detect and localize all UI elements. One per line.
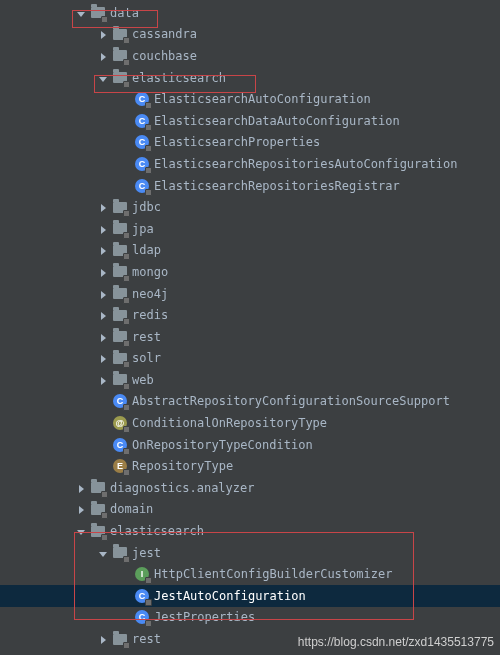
tree-row[interactable]: neo4j: [0, 283, 500, 305]
tree-row[interactable]: CElasticsearchAutoConfiguration: [0, 88, 500, 110]
chevron-down-icon[interactable]: [76, 526, 86, 536]
class-icon: C: [134, 609, 150, 625]
package-icon: [112, 631, 128, 647]
tree-item-label: elasticsearch: [132, 71, 234, 85]
tree-item-label: ldap: [132, 243, 169, 257]
tree-row[interactable]: CElasticsearchRepositoriesRegistrar: [0, 175, 500, 197]
class-icon: C: [112, 393, 128, 409]
tree-item-label: ElasticsearchProperties: [154, 135, 328, 149]
tree-row[interactable]: web: [0, 369, 500, 391]
package-icon: [112, 199, 128, 215]
tree-row[interactable]: ERepositoryType: [0, 455, 500, 477]
chevron-right-icon[interactable]: [98, 375, 108, 385]
tree-row[interactable]: rest: [0, 326, 500, 348]
class-icon: C: [134, 91, 150, 107]
chevron-right-icon[interactable]: [98, 332, 108, 342]
chevron-right-icon[interactable]: [76, 483, 86, 493]
tree-item-label: data: [110, 6, 147, 20]
tree-row[interactable]: CElasticsearchRepositoriesAutoConfigurat…: [0, 153, 500, 175]
chevron-down-icon[interactable]: [98, 548, 108, 558]
package-icon: [90, 5, 106, 21]
tree-item-label: web: [132, 373, 162, 387]
tree-item-label: ElasticsearchAutoConfiguration: [154, 92, 379, 106]
tree-item-label: solr: [132, 351, 169, 365]
tree-row[interactable]: ldap: [0, 240, 500, 262]
tree-row[interactable]: CElasticsearchProperties: [0, 132, 500, 154]
package-icon: [112, 286, 128, 302]
tree-row[interactable]: @ConditionalOnRepositoryType: [0, 412, 500, 434]
tree-row[interactable]: jpa: [0, 218, 500, 240]
class-icon: C: [134, 134, 150, 150]
chevron-right-icon[interactable]: [98, 634, 108, 644]
class-icon: C: [134, 178, 150, 194]
tree-row[interactable]: CAbstractRepositoryConfigurationSourceSu…: [0, 391, 500, 413]
package-icon: [90, 480, 106, 496]
class-icon: I: [134, 566, 150, 582]
tree-row[interactable]: IHttpClientConfigBuilderCustomizer: [0, 563, 500, 585]
project-tree[interactable]: datacassandracouchbaseelasticsearchCElas…: [0, 0, 500, 650]
tree-item-label: JestProperties: [154, 610, 263, 624]
tree-item-label: rest: [132, 330, 169, 344]
tree-item-label: redis: [132, 308, 176, 322]
chevron-right-icon[interactable]: [98, 51, 108, 61]
package-icon: [112, 372, 128, 388]
class-icon: C: [134, 588, 150, 604]
package-icon: [112, 48, 128, 64]
tree-item-label: domain: [110, 502, 161, 516]
tree-item-label: cassandra: [132, 27, 205, 41]
tree-row[interactable]: elasticsearch: [0, 67, 500, 89]
tree-row[interactable]: CJestAutoConfiguration: [0, 585, 500, 607]
tree-row[interactable]: diagnostics.analyzer: [0, 477, 500, 499]
tree-item-label: ElasticsearchRepositoriesAutoConfigurati…: [154, 157, 465, 171]
tree-item-label: rest: [132, 632, 169, 646]
tree-row[interactable]: redis: [0, 304, 500, 326]
tree-row[interactable]: domain: [0, 499, 500, 521]
package-icon: [112, 350, 128, 366]
tree-row[interactable]: COnRepositoryTypeCondition: [0, 434, 500, 456]
package-icon: [112, 26, 128, 42]
tree-row[interactable]: solr: [0, 348, 500, 370]
chevron-right-icon[interactable]: [98, 29, 108, 39]
class-icon: C: [134, 113, 150, 129]
tree-row[interactable]: mongo: [0, 261, 500, 283]
tree-item-label: HttpClientConfigBuilderCustomizer: [154, 567, 400, 581]
tree-row[interactable]: couchbase: [0, 45, 500, 67]
class-icon: E: [112, 458, 128, 474]
chevron-right-icon[interactable]: [98, 224, 108, 234]
tree-item-label: mongo: [132, 265, 176, 279]
chevron-right-icon[interactable]: [98, 353, 108, 363]
tree-item-label: jpa: [132, 222, 162, 236]
tree-item-label: ElasticsearchDataAutoConfiguration: [154, 114, 408, 128]
tree-row[interactable]: data: [0, 2, 500, 24]
tree-item-label: AbstractRepositoryConfigurationSourceSup…: [132, 394, 458, 408]
tree-row[interactable]: elasticsearch: [0, 520, 500, 542]
class-icon: C: [112, 437, 128, 453]
tree-item-label: jdbc: [132, 200, 169, 214]
tree-row[interactable]: CJestProperties: [0, 607, 500, 629]
tree-item-label: jest: [132, 546, 169, 560]
chevron-down-icon[interactable]: [76, 8, 86, 18]
package-icon: [112, 264, 128, 280]
chevron-down-icon[interactable]: [98, 73, 108, 83]
package-icon: [90, 523, 106, 539]
chevron-right-icon[interactable]: [98, 245, 108, 255]
tree-item-label: ConditionalOnRepositoryType: [132, 416, 335, 430]
tree-item-label: RepositoryType: [132, 459, 241, 473]
chevron-right-icon[interactable]: [98, 267, 108, 277]
chevron-right-icon[interactable]: [98, 310, 108, 320]
package-icon: [112, 307, 128, 323]
tree-item-label: ElasticsearchRepositoriesRegistrar: [154, 179, 408, 193]
class-icon: C: [134, 156, 150, 172]
tree-row[interactable]: jest: [0, 542, 500, 564]
tree-row[interactable]: cassandra: [0, 24, 500, 46]
chevron-right-icon[interactable]: [76, 504, 86, 514]
chevron-right-icon[interactable]: [98, 289, 108, 299]
tree-item-label: neo4j: [132, 287, 176, 301]
tree-row[interactable]: CElasticsearchDataAutoConfiguration: [0, 110, 500, 132]
class-icon: @: [112, 415, 128, 431]
tree-item-label: diagnostics.analyzer: [110, 481, 263, 495]
chevron-right-icon[interactable]: [98, 202, 108, 212]
watermark-text: https://blog.csdn.net/zxd1435513775: [298, 635, 494, 649]
tree-row[interactable]: jdbc: [0, 196, 500, 218]
tree-item-label: OnRepositoryTypeCondition: [132, 438, 321, 452]
